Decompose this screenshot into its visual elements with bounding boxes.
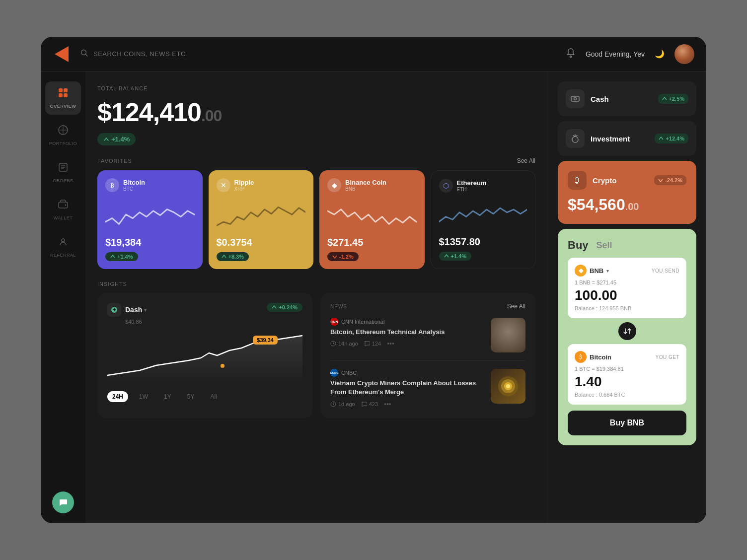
insights-title: INSIGHTS <box>97 281 127 287</box>
dash-name: Dash ▾ <box>125 306 147 314</box>
news-more-1[interactable]: ••• <box>384 400 391 408</box>
favorites-grid: ₿ Bitcoin BTC $19,384 <box>97 170 535 269</box>
insights-header: INSIGHTS <box>97 281 535 287</box>
header: Good Evening, Yev 🌙 <box>41 37 706 71</box>
wallet-label: WALLET <box>54 215 73 220</box>
news-time-0: 14h ago <box>330 341 358 347</box>
bitcoin-sparkline <box>105 196 195 233</box>
time-btn-1w[interactable]: 1W <box>134 391 153 402</box>
cash-icon <box>566 89 585 108</box>
wallet-icon <box>58 199 69 212</box>
chat-button[interactable] <box>52 491 74 513</box>
favorites-section: FAVORITES See All ₿ Bitcoin BTC <box>97 157 535 269</box>
header-right: Good Evening, Yev 🌙 <box>566 44 694 64</box>
news-see-all[interactable]: See All <box>507 303 525 310</box>
cnn-icon: CNN <box>330 318 338 326</box>
svg-rect-7 <box>64 93 68 97</box>
dash-change-badge: +0.24% <box>267 303 302 312</box>
cash-card[interactable]: Cash +2.5% <box>558 81 696 116</box>
news-more-0[interactable]: ••• <box>387 340 394 348</box>
bitcoin-info: Bitcoin BTC <box>123 179 145 192</box>
sidebar-item-overview[interactable]: OVERVIEW <box>45 81 81 115</box>
logo-icon <box>53 45 71 63</box>
coin-card-binance[interactable]: ◆ Binance Coin BNB $271.45 <box>319 170 425 269</box>
news-item-0[interactable]: CNN CNN International Bitcoin, Ethereum … <box>330 318 525 361</box>
sidebar-item-portfolio[interactable]: PORTFOLIO <box>45 119 81 152</box>
news-meta-0: 14h ago 124 ••• <box>330 340 485 348</box>
crypto-card[interactable]: ₿ Crypto -24.2% $54,560.00 <box>558 161 696 224</box>
send-amount[interactable]: 100.00 <box>575 287 679 303</box>
news-content-1: CNBC CNBC Vietnam Crypto Miners Complain… <box>330 369 485 408</box>
send-balance: Balance : 124.955 BNB <box>575 305 679 311</box>
svg-rect-4 <box>59 88 63 92</box>
news-card: NEWS See All CNN CNN International Bitco… <box>320 293 535 418</box>
avatar[interactable] <box>674 44 694 64</box>
time-btn-24h[interactable]: 24H <box>107 391 128 402</box>
insights-section: INSIGHTS Dash <box>97 281 535 418</box>
coin-card-bitcoin[interactable]: ₿ Bitcoin BTC $19,384 <box>97 170 203 269</box>
portfolio-label: PORTFOLIO <box>49 141 77 146</box>
svg-point-16 <box>65 205 67 206</box>
send-coin-selector[interactable]: ◆ BNB ▾ <box>575 265 609 277</box>
investment-card[interactable]: Investment +12.4% <box>558 121 696 156</box>
greeting-text: Good Evening, Yev <box>586 50 645 58</box>
news-item-1[interactable]: CNBC CNBC Vietnam Crypto Miners Complain… <box>330 369 525 408</box>
sidebar: OVERVIEW PORTFOLIO <box>41 71 85 523</box>
ethereum-sym: ETH <box>457 187 487 192</box>
news-card-header: NEWS See All <box>330 303 525 310</box>
dash-chart-area: $39,34 <box>107 331 302 385</box>
ethereum-price: $1357.80 <box>439 236 527 248</box>
dash-icon <box>107 303 121 317</box>
binance-name: Binance Coin <box>345 179 386 186</box>
sell-tab[interactable]: Sell <box>597 240 612 251</box>
bitcoin-sym: BTC <box>123 186 145 192</box>
news-content-0: CNN CNN International Bitcoin, Ethereum … <box>330 318 485 352</box>
svg-rect-25 <box>571 96 579 101</box>
investment-name: Investment <box>591 135 649 143</box>
get-balance: Balance : 0.684 BTC <box>575 392 679 398</box>
right-panel: Cash +2.5% Investment +12.4% <box>547 71 706 523</box>
news-source-name-1: CNBC <box>341 370 357 376</box>
time-filters: 24H 1W 1Y 5Y All <box>107 391 302 402</box>
news-source-name-0: CNN International <box>341 319 384 325</box>
favorites-see-all[interactable]: See All <box>517 157 535 164</box>
favorites-title: FAVORITES <box>97 158 132 164</box>
cnbc-icon: CNBC <box>330 369 338 377</box>
orders-icon <box>58 162 69 175</box>
main-content: TOTAL BALANCE $124,410.00 +1.4% FAVORITE… <box>85 71 547 523</box>
svg-marker-0 <box>55 46 69 62</box>
sidebar-item-referral[interactable]: REFERRAL <box>45 230 81 264</box>
balance-change-value: +1.4% <box>111 136 130 143</box>
buy-bnb-button[interactable]: Buy BNB <box>568 411 686 435</box>
time-btn-1y[interactable]: 1Y <box>159 391 176 402</box>
ripple-sparkline <box>217 196 306 233</box>
search-input[interactable] <box>93 50 203 58</box>
get-box: ₿ Bitcoin YOU GET 1 BTC = $19,384.81 1.4… <box>568 344 686 405</box>
coin-header-ethereum: ⬡ Ethereum ETH <box>439 179 527 193</box>
you-get-label: YOU GET <box>655 354 679 360</box>
coin-card-ethereum[interactable]: ⬡ Ethereum ETH $1357.80 <box>431 170 536 269</box>
time-btn-5y[interactable]: 5Y <box>182 391 200 402</box>
ripple-sym: XRP <box>234 186 254 192</box>
sidebar-item-orders[interactable]: ORDERS <box>45 156 81 189</box>
search-area <box>80 49 556 59</box>
bell-icon[interactable] <box>566 48 576 60</box>
sidebar-item-wallet[interactable]: WALLET <box>45 193 81 226</box>
body: OVERVIEW PORTFOLIO <box>41 71 706 523</box>
time-btn-all[interactable]: All <box>205 391 222 402</box>
bitcoin-name: Bitcoin <box>123 179 145 186</box>
get-coin-selector[interactable]: ₿ Bitcoin <box>575 351 611 363</box>
svg-point-24 <box>506 384 510 388</box>
investment-icon <box>566 129 585 148</box>
balance-whole: $124,410 <box>97 98 201 127</box>
coin-card-ripple[interactable]: ✕ Ripple XRP $0.3754 <box>209 170 314 269</box>
get-amount: 1.40 <box>575 374 679 390</box>
news-comments-0: 124 <box>364 341 381 347</box>
swap-button[interactable] <box>618 322 636 340</box>
svg-rect-6 <box>59 93 63 97</box>
buy-tab[interactable]: Buy <box>568 239 589 252</box>
send-header: ◆ BNB ▾ YOU SEND <box>575 265 679 277</box>
bitcoin-icon: ₿ <box>105 178 119 192</box>
overview-label: OVERVIEW <box>50 104 76 109</box>
ethereum-icon: ⬡ <box>439 179 453 193</box>
